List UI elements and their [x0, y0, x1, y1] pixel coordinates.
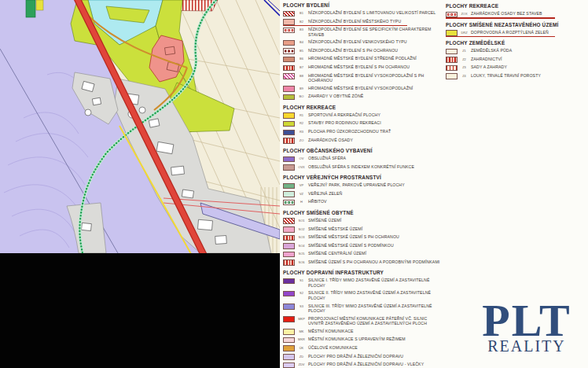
legend-row: ÚKÚČELOVÉ KOMUNIKACE	[283, 345, 442, 351]
legend-swatch-icon	[446, 30, 458, 36]
legend-row-code: Z4	[460, 74, 469, 78]
legend-swatch-icon	[283, 337, 295, 344]
legend-swatch-icon	[283, 329, 295, 335]
legend-row-label: MĚSTNÍ KOMUNIKACE S UPRAVENÝM REŽIMEM	[308, 337, 406, 342]
legend-swatch-icon	[283, 183, 295, 190]
legend-row-label: SMÍŠENÉ ÚZEMÍ	[308, 218, 341, 223]
legend-section-title: PLOCHY VEŘEJNÝCH PROSTRANSTVÍ	[283, 175, 442, 180]
legend-swatch-icon	[283, 259, 295, 266]
legend-swatch-icon	[283, 11, 295, 17]
legend-row-code: ZDV	[297, 362, 306, 366]
legend-swatch-icon	[446, 57, 458, 63]
legend-row-code: VP	[297, 183, 306, 187]
legend-swatch-icon	[283, 164, 295, 171]
legend-row-code: B1	[297, 11, 306, 15]
legend-swatch-icon	[283, 304, 295, 310]
legend-column-2: PLOCHY REKREACEZOXZAHRÁDKOVÉ OSADY BEZ S…	[446, 2, 586, 81]
legend-row: MKMĚSTNÍ KOMUNIKACE	[283, 329, 442, 335]
legend-row-label: SILNICE III. TŘÍDY MIMO ZASTAVĚNÉ ÚZEMÍ …	[308, 304, 442, 315]
legend-swatch-icon	[446, 65, 458, 72]
legend-row-code: B7	[297, 65, 306, 69]
legend-swatch-icon	[283, 130, 295, 136]
legend-row-label: PLOCHY PRO DRÁŽNÍ A ŽELEZNIČNÍ DOPRAVU	[308, 354, 403, 359]
legend-row: B4NÍZKOPODLAŽNÍ BYDLENÍ VENKOVSKÉHO TYPU	[283, 39, 442, 46]
legend-row: B6HROMADNÉ MĚSTSKÉ BYDLENÍ STŘEDNĚ PODLA…	[283, 56, 442, 62]
legend-row-code: R2	[297, 121, 306, 125]
legend-section-title: PLOCHY REKREACE	[446, 3, 586, 9]
zoning-map-canvas	[0, 0, 280, 253]
legend-swatch-icon	[283, 291, 295, 297]
zoning-map	[0, 0, 280, 253]
legend-row: R1SPORTOVNÍ A REKREAČNÍ PLOCHY	[283, 112, 442, 119]
legend-row-code: SO4	[297, 244, 306, 248]
legend-section: PLOCHY DOPRAVNÍ INFRASTRUKTURYS1SILNICE …	[283, 270, 442, 368]
legend-swatch-icon	[283, 138, 295, 144]
legend-row: SO6SMÍŠENÉ ÚZEMÍ S PH OCHRANOU A PODROBN…	[283, 259, 442, 266]
legend-row-code: S1	[297, 278, 306, 282]
legend-row-label: OBSLUŽNÁ SFÉRA S INDEXEM KONKRÉTNÍ FUNKC…	[308, 164, 414, 170]
legend-section: PLOCHY BYDLENÍB1NÍZKOPODLAŽNÍ BYDLENÍ S …	[283, 2, 442, 100]
legend-row: MKRMĚSTNÍ KOMUNIKACE S UPRAVENÝM REŽIMEM	[283, 337, 442, 343]
legend-swatch-icon	[283, 345, 295, 351]
legend-row-label: MĚSTNÍ KOMUNIKACE	[308, 329, 354, 334]
legend-row-code: S3	[297, 304, 306, 308]
legend-row: B7HROMADNÉ MĚSTSKÉ BYDLENÍ S PH OCHRANOU	[283, 64, 442, 71]
legend-row: B5NÍZKOPODLAŽNÍ BYDLENÍ S PH OCHRANOU	[283, 48, 442, 54]
legend-row-code: B2	[297, 20, 306, 24]
legend-swatch-icon	[283, 86, 295, 92]
legend-row: VPVEŘEJNÝ PARK, PARKOVĚ UPRAVENÉ PLOCHY	[283, 182, 442, 189]
legend-row-code: ZO	[297, 138, 306, 142]
legend-swatch-icon	[283, 243, 295, 249]
legend-row-code: SO6	[297, 260, 306, 264]
legend-row-code: SO2	[297, 227, 306, 231]
legend-row-label: SILNICE I. TŘÍDY MIMO ZASTAVĚNÉ ÚZEMÍ A …	[308, 278, 442, 289]
legend-row: R2STAVBY PRO RODINNOU REKREACI	[283, 120, 442, 127]
legend-row: SO4SMÍŠENÉ MĚSTSKÉ ÚZEMÍ S PODMÍNKOU	[283, 243, 442, 249]
legend-row-label: ZAHRÁDKOVÉ OSADY BEZ STAVEB	[471, 11, 542, 17]
legend-row-label: SILNICE II. TŘÍDY MIMO ZASTAVĚNÉ ÚZEMÍ A…	[308, 290, 442, 301]
legend-row-label: ZAHRÁDKOVÉ OSADY	[308, 138, 353, 143]
legend-swatch-icon	[283, 316, 295, 322]
legend-row-code: Z2	[460, 57, 469, 61]
legend-section: PLOCHY OBČANSKÉHO VYBAVENÍOVOBSLUŽNÁ SFÉ…	[283, 148, 442, 171]
legend-row-code: BO	[297, 94, 306, 98]
legend-section-title: PLOCHY SMÍŠENÉ OBYTNÉ	[283, 210, 442, 215]
legend-swatch-icon	[283, 19, 295, 25]
legend-row-code: B8	[297, 74, 306, 78]
legend-section: PLOCHY REKREACEZOXZAHRÁDKOVÉ OSADY BEZ S…	[446, 3, 586, 17]
legend-row-code: Z1	[460, 49, 469, 53]
legend-row: MKPPROPOJOVACÍ MĚSTNÍ KOMUNIKACE PÁTEŘNÍ…	[283, 316, 442, 327]
legend-row: SO5SMÍŠENÉ CENTRÁLNÍ ÚZEMÍ	[283, 251, 442, 257]
legend-swatch-icon	[283, 73, 295, 79]
legend-row: DRZDOPROVODNÁ A ROZPTÝLENÁ ZELEŇ	[446, 30, 586, 36]
legend-row-label: SPORTOVNÍ A REKREAČNÍ PLOCHY	[308, 112, 380, 118]
legend-section-title: PLOCHY REKREACE	[283, 105, 442, 110]
legend-row-label: SMÍŠENÉ ÚZEMÍ S PH OCHRANOU A PODROBNÝMI…	[308, 259, 439, 265]
legend-row-label: PLOCHA PRO ÚZKOROZCHODNOU TRAŤ	[308, 129, 391, 134]
legend-row-code: B9	[297, 86, 306, 90]
legend-section-title: PLOCHY DOPRAVNÍ INFRASTRUKTURY	[283, 270, 442, 275]
legend-row-label: VEŘEJNÝ PARK, PARKOVĚ UPRAVENÉ PLOCHY	[308, 182, 405, 188]
legend-swatch-icon	[283, 48, 295, 54]
legend-swatch-icon	[446, 73, 458, 79]
legend-row-label: STAVBY PRO RODINNOU REKREACI	[308, 120, 381, 126]
legend-row: HHŘBITOV	[283, 199, 442, 205]
legend-swatch-icon	[283, 28, 295, 34]
legend-row-code: ÚK	[297, 346, 306, 350]
legend-row: OVOBSLUŽNÁ SFÉRA	[283, 156, 442, 162]
legend-swatch-icon	[283, 156, 295, 163]
legend-row: Z2ZAHRADNICTVÍ	[446, 57, 586, 63]
legend-row-label: SMÍŠENÉ CENTRÁLNÍ ÚZEMÍ	[308, 251, 366, 256]
legend-row-label: HROMADNÉ MĚSTSKÉ BYDLENÍ STŘEDNĚ PODLAŽN…	[308, 56, 417, 61]
legend-row: SO3SMÍŠENÉ MĚSTSKÉ ÚZEMÍ S PH OCHRANOU	[283, 234, 442, 241]
legend-row: S1SILNICE I. TŘÍDY MIMO ZASTAVĚNÉ ÚZEMÍ …	[283, 278, 442, 289]
legend-row-label: PLOCHY PRO DRÁŽNÍ A ŽELEZNIČNÍ DOPRAVU -…	[308, 362, 424, 367]
legend-row-label: SMÍŠENÉ MĚSTSKÉ ÚZEMÍ	[308, 226, 362, 232]
legend-row-code: MKR	[297, 337, 306, 341]
legend-swatch-icon	[283, 252, 295, 258]
legend-row: ZOZAHRÁDKOVÉ OSADY	[283, 138, 442, 144]
legend-row-code: R1	[297, 113, 306, 117]
legend-row-code: B4	[297, 40, 306, 44]
legend-swatch-icon	[283, 112, 295, 119]
legend-swatch-icon	[283, 235, 295, 241]
